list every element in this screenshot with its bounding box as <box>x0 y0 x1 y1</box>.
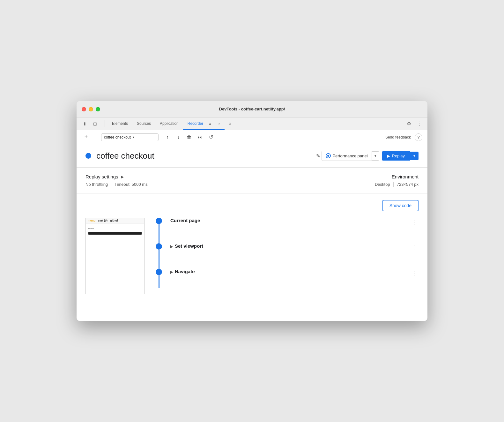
preview-item-esso: esso <box>88 226 142 231</box>
pencil-icon: ✎ <box>316 153 320 159</box>
traffic-lights <box>82 107 100 111</box>
devtools-window: DevTools - coffee-cart.netlify.app/ ⬆ ⊡ … <box>77 101 427 321</box>
more-vert-icon: ⋮ <box>411 270 417 277</box>
title-bar: DevTools - coffee-cart.netlify.app/ <box>77 101 427 117</box>
expand-arrow-icon <box>170 271 173 274</box>
play-icon: ▶ <box>387 154 390 158</box>
minimize-button[interactable] <box>89 107 93 111</box>
perf-panel-dropdown-button[interactable]: ▾ <box>372 151 379 161</box>
settings-left: Replay settings ▶ No throttling Timeout:… <box>85 174 375 187</box>
replay-dropdown-button[interactable]: ▾ <box>410 152 419 160</box>
tab-sources[interactable]: Sources <box>132 117 155 130</box>
more-options-icon-btn[interactable]: ⋮ <box>415 119 424 128</box>
step-more-button-2[interactable]: ⋮ <box>410 243 419 252</box>
preview-panel: menu cart (0) githul esso <box>85 218 146 294</box>
tab-recorder[interactable]: Recorder ▲ × <box>183 117 225 130</box>
copy-icon: ⊡ <box>93 121 97 126</box>
tab-overflow[interactable]: » <box>225 117 236 130</box>
preview-bar-1 <box>88 232 142 235</box>
recorder-toolbar: + coffee checkout ▾ ↑ ↓ 🗑 ⏭ ↺ Send f <box>77 130 427 144</box>
send-feedback-button[interactable]: Send feedback <box>385 135 411 139</box>
preview-nav-cart: cart (0) <box>98 219 107 222</box>
settings-expand-arrow[interactable]: ▶ <box>121 175 124 179</box>
replay-settings-label: Replay settings <box>85 174 118 179</box>
cursor-icon: ⬆ <box>83 121 87 126</box>
play-step-button[interactable]: ⏭ <box>195 132 205 142</box>
more-vert-icon: ⋮ <box>417 121 422 127</box>
add-recording-button[interactable]: + <box>82 133 91 142</box>
recording-status-dot <box>85 153 91 159</box>
step-item-1: Current page <box>152 218 200 243</box>
step-title-current-page: Current page <box>170 218 200 223</box>
main-content: coffee checkout ✎ Performance panel ▾ <box>77 144 427 321</box>
step-item-wrapper-2: Set viewport ⋮ <box>152 243 419 269</box>
step-line-1 <box>159 224 159 243</box>
more-vert-icon: ⋮ <box>411 244 417 251</box>
step-left-1 <box>152 218 165 243</box>
tabs-right-icons: ⚙ ⋮ <box>404 119 424 128</box>
recorder-tab-icon: ▲ <box>208 121 212 126</box>
loop-icon: ↺ <box>209 134 213 140</box>
step-item-3: Navigate <box>152 269 195 288</box>
step-dot-1 <box>156 218 162 224</box>
step-title-navigate: Navigate <box>175 269 195 274</box>
chevron-down-icon: ▾ <box>374 154 376 158</box>
settings-section: Replay settings ▶ No throttling Timeout:… <box>77 168 427 193</box>
performance-panel-button[interactable]: Performance panel <box>322 151 372 161</box>
copy-icon-btn[interactable]: ⊡ <box>91 119 100 128</box>
step-item-2: Set viewport <box>152 243 203 269</box>
chevron-down-icon: ▾ <box>413 154 415 158</box>
replay-button[interactable]: ▶ Replay <box>382 151 410 161</box>
expand-arrow-icon <box>170 245 173 248</box>
step-item-wrapper-3: Navigate ⋮ <box>152 269 419 288</box>
toolbar-right: Send feedback ? <box>385 133 422 141</box>
steps-section: Show code menu cart (0) githul esso <box>77 193 427 321</box>
timeline-container: menu cart (0) githul esso <box>85 218 419 294</box>
replay-group: ▶ Replay ▾ <box>382 151 419 161</box>
step-dot-2 <box>156 243 162 250</box>
maximize-button[interactable] <box>96 107 100 111</box>
play-step-icon: ⏭ <box>197 134 203 140</box>
env-size-label: 723×574 px <box>397 182 419 187</box>
edit-title-button[interactable]: ✎ <box>315 152 322 160</box>
tab-divider <box>105 120 105 127</box>
preview-nav-github: githul <box>110 219 118 222</box>
cursor-icon-btn[interactable]: ⬆ <box>80 119 89 128</box>
preview-nav: menu cart (0) githul <box>86 218 144 223</box>
step-title-set-viewport: Set viewport <box>175 243 203 249</box>
delete-button[interactable]: 🗑 <box>184 132 194 142</box>
tabs-list: Elements Sources Application Recorder ▲ … <box>107 117 404 130</box>
gear-icon: ⚙ <box>407 121 411 127</box>
step-content-1: Current page <box>165 218 200 237</box>
download-icon: ↓ <box>177 134 180 140</box>
export-button[interactable]: ↑ <box>162 132 173 142</box>
step-more-button-1[interactable]: ⋮ <box>410 218 419 227</box>
env-desktop-label: Desktop <box>375 182 390 187</box>
step-expand-2[interactable]: Set viewport <box>170 243 203 250</box>
more-vert-icon: ⋮ <box>411 219 417 226</box>
tab-application[interactable]: Application <box>155 117 183 130</box>
step-item-wrapper-1: Current page ⋮ <box>152 218 419 243</box>
import-button[interactable]: ↓ <box>173 132 183 142</box>
perf-icon-inner <box>327 155 329 157</box>
recording-selector[interactable]: coffee checkout ▾ <box>101 133 159 141</box>
toolbar-actions: ↑ ↓ 🗑 ⏭ ↺ <box>162 132 216 142</box>
plus-icon: + <box>85 134 88 140</box>
step-expand-3[interactable]: Navigate <box>170 269 195 275</box>
recorder-tab-close[interactable]: × <box>218 122 220 125</box>
close-button[interactable] <box>82 107 86 111</box>
devtools-tabs-bar: ⬆ ⊡ Elements Sources Application Recorde… <box>77 117 427 130</box>
preview-spacer <box>88 236 142 249</box>
help-button[interactable]: ? <box>415 133 422 141</box>
step-left-3 <box>152 269 165 288</box>
recording-header: coffee checkout ✎ Performance panel ▾ <box>77 144 427 168</box>
loop-button[interactable]: ↺ <box>206 132 216 142</box>
show-code-button[interactable]: Show code <box>382 200 419 211</box>
preview-content: esso <box>86 223 144 251</box>
tab-elements[interactable]: Elements <box>107 117 132 130</box>
chevron-down-icon: ▾ <box>133 135 134 139</box>
preview-frame: menu cart (0) githul esso <box>85 218 145 294</box>
step-more-button-3[interactable]: ⋮ <box>410 269 419 278</box>
settings-icon-btn[interactable]: ⚙ <box>404 119 413 128</box>
window-title: DevTools - coffee-cart.netlify.app/ <box>219 107 285 111</box>
